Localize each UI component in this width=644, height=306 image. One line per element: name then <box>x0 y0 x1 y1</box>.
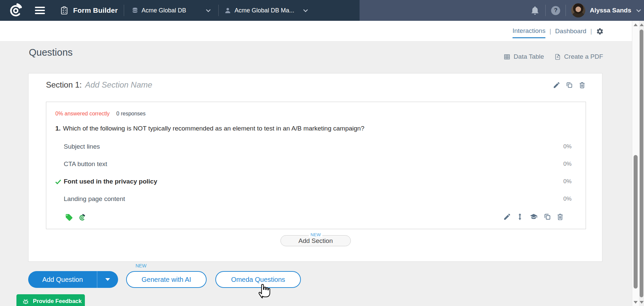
create-pdf-button[interactable]: Create a PDF <box>554 53 603 60</box>
grading-graduation-cap-icon[interactable] <box>529 213 539 221</box>
section-actions <box>553 81 586 89</box>
answer-row-correct: Font used in the privacy policy 0% <box>64 177 572 186</box>
answer-label: Font used in the privacy policy <box>64 178 157 185</box>
triangle-down-icon <box>105 278 110 281</box>
page-title: Questions <box>29 47 73 58</box>
main-content: Questions Data Table Create a PDF <box>0 42 633 306</box>
profile-selector-label: Acme Global DB Ma... <box>234 7 294 14</box>
question-card: 0% answered correctly 0 responses 1.Whic… <box>46 102 586 229</box>
data-table-label: Data Table <box>514 53 544 60</box>
delete-question-trash-icon[interactable] <box>556 213 564 221</box>
scroll-down-arrow-icon[interactable] <box>634 301 638 304</box>
tab-dashboard[interactable]: Dashboard <box>555 28 586 35</box>
inner-scrollbar[interactable] <box>632 21 639 306</box>
copy-question-icon[interactable] <box>543 213 551 221</box>
settings-gear-icon[interactable] <box>596 28 604 35</box>
section-header: Section 1: Add Section Name <box>46 80 586 90</box>
answer-label: CTA button text <box>64 160 107 168</box>
omeda-question-icon[interactable] <box>78 213 86 221</box>
navbar-right-cluster: ? Alyssa Sands <box>530 0 643 21</box>
add-section-button[interactable]: NEW Add Section <box>280 235 351 246</box>
add-section-new-badge: NEW <box>309 232 322 237</box>
create-pdf-label: Create a PDF <box>564 53 603 60</box>
answer-percent: 0% <box>563 161 572 167</box>
table-grid-icon <box>503 53 511 60</box>
copy-section-icon[interactable] <box>566 81 573 89</box>
add-question-button[interactable]: Add Question <box>28 271 118 288</box>
scroll-up-arrow-icon[interactable] <box>640 23 644 26</box>
generate-with-ai-button[interactable]: Generate with AI <box>126 271 207 288</box>
omeda-logo-icon[interactable] <box>8 3 23 18</box>
help-icon[interactable]: ? <box>551 6 560 15</box>
form-builder-clipboard-icon <box>60 6 69 15</box>
add-section-label: Add Section <box>299 237 333 245</box>
database-icon <box>131 7 139 14</box>
section-card: Section 1: Add Section Name <box>28 73 602 262</box>
notifications-bell-icon[interactable] <box>530 5 540 16</box>
answer-label: Landing page content <box>64 195 125 203</box>
subnav-separator: | <box>549 28 551 35</box>
outer-scrollbar[interactable] <box>639 21 644 306</box>
app-title: Form Builder <box>73 6 118 14</box>
profile-selector[interactable]: Acme Global DB Ma... <box>224 6 310 14</box>
question-text: Which of the following is NOT typically … <box>63 125 364 132</box>
answer-percent: 0% <box>563 196 572 202</box>
subnav-separator: | <box>590 28 592 35</box>
subnav-bar: Interactions | Dashboard | <box>0 21 633 42</box>
navbar-divider <box>218 5 219 16</box>
answer-percent: 0% <box>563 178 572 185</box>
database-selector-label: Acme Global DB <box>142 7 186 14</box>
correct-check-icon <box>55 178 62 185</box>
section-label: Section 1: <box>46 80 82 90</box>
navbar-divider <box>545 5 546 16</box>
question-text-line: 1.Which of the following is NOT typicall… <box>55 125 364 132</box>
chevron-down-icon <box>204 6 212 14</box>
subnav-links: Interactions | Dashboard | <box>513 21 604 42</box>
bug-icon <box>22 298 30 305</box>
person-icon <box>224 7 231 14</box>
responses-stat: 0 responses <box>116 111 146 117</box>
answer-row: Landing page content 0% <box>64 195 572 203</box>
edit-section-pencil-icon[interactable] <box>553 81 560 89</box>
navbar-divider <box>124 5 124 16</box>
answered-correctly-stat: 0% answered correctly <box>55 111 110 117</box>
answer-percent: 0% <box>563 143 572 150</box>
question-number: 1. <box>55 125 61 132</box>
omeda-questions-button[interactable]: Omeda Questions <box>215 271 301 288</box>
form-builder-app: Form Builder Acme Global DB <box>0 0 644 306</box>
add-question-dropdown-toggle[interactable] <box>97 278 118 281</box>
user-menu-chevron-icon[interactable] <box>635 6 643 14</box>
omeda-questions-label: Omeda Questions <box>231 276 285 284</box>
add-question-label: Add Question <box>28 276 97 284</box>
delete-section-trash-icon[interactable] <box>578 81 586 89</box>
generate-with-ai-label: Generate with AI <box>142 276 191 284</box>
outer-scrollbar-thumb[interactable] <box>640 30 643 297</box>
move-question-updown-icon[interactable] <box>516 213 524 221</box>
provide-feedback-button[interactable]: Provide Feedback <box>16 294 85 306</box>
question-stats: 0% answered correctly 0 responses <box>55 111 146 117</box>
chevron-down-icon <box>302 6 310 14</box>
answer-row: Subject lines 0% <box>64 142 572 151</box>
user-name: Alyssa Sands <box>590 7 631 14</box>
data-table-button[interactable]: Data Table <box>503 53 544 60</box>
question-footer-right-icons <box>503 213 564 221</box>
tab-interactions[interactable]: Interactions <box>513 27 545 35</box>
edit-question-pencil-icon[interactable] <box>503 213 511 221</box>
navbar-left-cluster: Form Builder Acme Global DB <box>0 0 310 21</box>
section-name-placeholder[interactable]: Add Section Name <box>85 80 152 90</box>
provide-feedback-label: Provide Feedback <box>33 298 82 305</box>
navbar-divider <box>566 5 566 16</box>
user-avatar[interactable] <box>571 3 585 17</box>
answer-label: Subject lines <box>64 143 100 150</box>
question-footer-left-icons <box>65 213 86 221</box>
inner-scrollbar-thumb[interactable] <box>634 155 638 289</box>
scroll-up-arrow-icon[interactable] <box>634 23 638 26</box>
tag-icon[interactable] <box>65 213 73 221</box>
answer-row: CTA button text 0% <box>64 160 572 168</box>
page-actions: Data Table Create a PDF <box>503 53 603 60</box>
database-selector[interactable]: Acme Global DB <box>131 6 212 14</box>
top-navbar: Form Builder Acme Global DB <box>0 0 644 21</box>
scroll-down-arrow-icon[interactable] <box>640 301 644 304</box>
menu-hamburger-icon[interactable] <box>35 7 45 14</box>
help-glyph: ? <box>554 7 557 14</box>
